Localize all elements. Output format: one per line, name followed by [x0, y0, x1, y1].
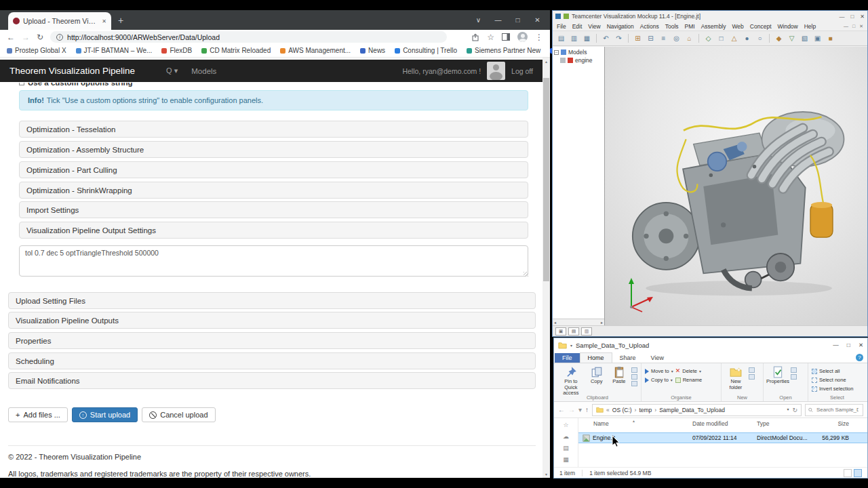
bookmark-star-icon[interactable]: ☆: [487, 33, 494, 41]
panel-output-settings[interactable]: Visualization Pipeline Output Settings: [19, 222, 528, 239]
copy-to-button[interactable]: Copy to ▾: [645, 375, 673, 384]
menu-concept[interactable]: Concept: [750, 23, 772, 30]
side-panel-icon[interactable]: [502, 33, 510, 41]
column-date-modified[interactable]: Date modified: [692, 420, 757, 427]
custom-options-checkbox[interactable]: [19, 83, 24, 85]
open-icon[interactable]: ▤: [555, 33, 567, 44]
home-view-icon[interactable]: ⌂: [684, 33, 695, 44]
cut-icon[interactable]: [631, 367, 637, 373]
properties-button[interactable]: Properties: [767, 365, 789, 385]
panel-optimization-part-culling[interactable]: Optimization - Part Culling: [19, 161, 528, 178]
crumb-overflow-icon[interactable]: «: [606, 407, 610, 413]
bookmark-item[interactable]: FlexDB: [161, 47, 192, 54]
address-bar[interactable]: i http://localhost:9000/ARWebServer/Data…: [50, 31, 447, 43]
paste-shortcut-icon[interactable]: [631, 381, 637, 386]
maximize-button[interactable]: □: [850, 14, 854, 20]
copy-path-icon[interactable]: [631, 374, 637, 380]
column-size[interactable]: Size: [811, 420, 853, 427]
column-type[interactable]: Type: [757, 420, 811, 427]
scrollbar-thumb[interactable]: [543, 78, 549, 281]
maximize-button[interactable]: □: [847, 342, 850, 348]
bookmark-item[interactable]: News: [360, 47, 385, 54]
engine-3d-model[interactable]: [624, 82, 848, 306]
menu-actions[interactable]: Actions: [640, 23, 659, 30]
sheet-tab-1[interactable]: ▣: [555, 327, 566, 336]
teamcenter-titlebar[interactable]: Teamcenter Visualization Mockup 11.4 - […: [553, 11, 867, 22]
bookmark-item[interactable]: Consulting | Trello: [395, 47, 457, 54]
forward-icon[interactable]: →: [22, 33, 30, 41]
back-icon[interactable]: ←: [7, 33, 15, 41]
print-icon[interactable]: ▦: [581, 33, 593, 44]
file-row-engine-jt[interactable]: Engine.jt 07/09/2022 11:14 DirectModel D…: [578, 432, 867, 443]
this-pc-icon[interactable]: ▤: [563, 445, 569, 451]
details-view-icon[interactable]: [854, 469, 862, 477]
logoff-link[interactable]: Log off: [511, 67, 533, 75]
start-upload-button[interactable]: ↑ Start upload: [72, 407, 138, 422]
save-icon[interactable]: ▥: [568, 33, 580, 44]
sheet-tab-3[interactable]: ▥: [581, 327, 592, 336]
onedrive-icon[interactable]: ☁: [563, 433, 569, 440]
quick-access-caret-icon[interactable]: ▾: [570, 343, 572, 348]
invert-selection-button[interactable]: Invert selection: [812, 384, 853, 393]
close-button[interactable]: ✕: [860, 14, 865, 20]
crumb-os-c[interactable]: OS (C:): [612, 407, 632, 413]
fit-icon[interactable]: ▧: [799, 33, 810, 44]
measure-icon[interactable]: ◇: [703, 33, 714, 44]
scroll-down-icon[interactable]: ▾: [542, 470, 550, 478]
section-properties[interactable]: Properties: [8, 332, 536, 349]
remove-view-icon[interactable]: ⊟: [645, 33, 656, 44]
site-info-icon[interactable]: i: [56, 34, 63, 41]
bookmark-item[interactable]: CD Matrix Reloaded: [201, 47, 271, 54]
new-folder-button[interactable]: New folder: [725, 365, 747, 390]
explorer-search[interactable]: [805, 404, 863, 416]
section-upload-setting-files[interactable]: Upload Setting Files: [8, 292, 536, 309]
undo-icon[interactable]: ↶: [600, 33, 612, 44]
textarea-resize-grip[interactable]: [524, 272, 528, 277]
sheet-tab-2[interactable]: ▤: [568, 327, 579, 336]
cancel-upload-button[interactable]: Cancel upload: [142, 407, 215, 422]
profile-avatar[interactable]: [517, 32, 528, 42]
close-button[interactable]: ✕: [528, 16, 547, 24]
add-view-icon[interactable]: ⊞: [632, 33, 644, 44]
panel-optimization-assembly-structure[interactable]: Optimization - Assembly Structure: [19, 141, 528, 158]
tree-node-models[interactable]: – Models: [553, 48, 604, 56]
zoom-icon[interactable]: ◆: [773, 33, 785, 44]
select-none-button[interactable]: Select none: [812, 375, 853, 384]
tab-home[interactable]: Home: [580, 352, 612, 363]
copy-button[interactable]: Copy: [587, 365, 607, 385]
snapshot-icon[interactable]: ▣: [812, 33, 823, 44]
forward-icon[interactable]: →: [568, 407, 575, 413]
pin-to-quick-access-button[interactable]: Pin to Quick access: [557, 365, 585, 396]
tab-close-icon[interactable]: ✕: [102, 18, 106, 24]
maximize-button[interactable]: □: [508, 16, 528, 24]
share-icon[interactable]: [471, 33, 479, 41]
3d-viewport[interactable]: [605, 47, 867, 325]
paste-button[interactable]: Paste: [609, 365, 629, 385]
tab-search-icon[interactable]: ∨: [469, 16, 488, 24]
scroll-right-icon[interactable]: ▸: [601, 320, 603, 325]
browser-tab[interactable]: Upload - Theorem Visualization ✕: [8, 12, 111, 30]
delete-button[interactable]: ✕ Delete ▾: [675, 367, 702, 375]
edit-icon[interactable]: [791, 367, 797, 373]
panel-optimization-tesselation[interactable]: Optimization - Tesselation: [19, 121, 528, 138]
search-dropdown[interactable]: Q ▾: [166, 66, 178, 75]
tree-node-engine[interactable]: engine: [553, 56, 604, 64]
expander-icon[interactable]: –: [554, 50, 559, 55]
add-files-button[interactable]: + Add files ...: [8, 407, 68, 422]
section-visualization-pipeline-outputs[interactable]: Visualization Pipeline Outputs: [8, 312, 536, 329]
rename-button[interactable]: Rename: [675, 375, 702, 384]
network-icon[interactable]: ▦: [563, 456, 569, 463]
menu-window[interactable]: Window: [778, 23, 798, 30]
user-avatar[interactable]: [487, 62, 505, 80]
section-icon[interactable]: □: [715, 33, 727, 44]
refresh-icon[interactable]: ↻: [37, 33, 43, 41]
options-string-input[interactable]: tol 0.7 dec 5 optTriangleThreshold 50000…: [19, 245, 528, 277]
minimize-button[interactable]: —: [839, 14, 844, 20]
menu-tools[interactable]: Tools: [665, 23, 679, 30]
easy-access-icon[interactable]: [749, 374, 755, 380]
section-scheduling[interactable]: Scheduling: [8, 352, 536, 369]
breadcrumb-bar[interactable]: « OS (C:) › temp › Sample_Data_To_Upload…: [592, 404, 802, 416]
scroll-left-icon[interactable]: ◂: [554, 320, 556, 325]
mdi-close-icon[interactable]: ✕: [859, 24, 863, 29]
scroll-up-icon[interactable]: ▴: [542, 58, 550, 65]
